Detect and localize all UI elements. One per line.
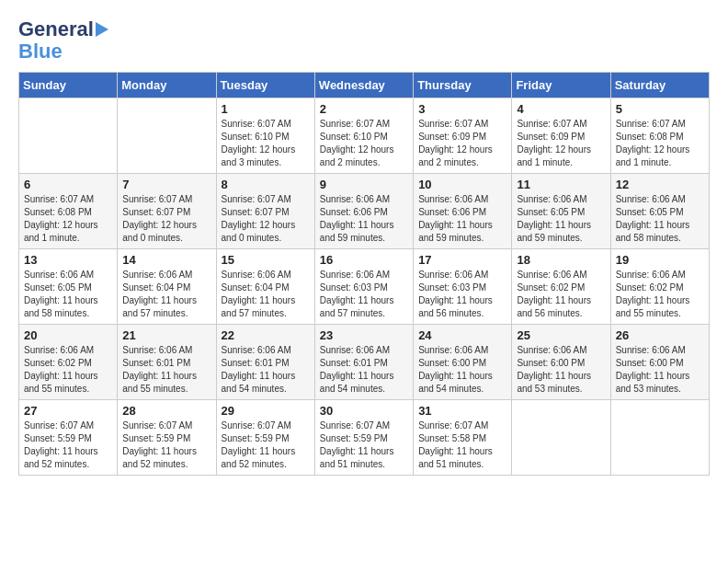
column-header-wednesday: Wednesday xyxy=(314,73,413,98)
calendar-cell: 30Sunrise: 6:07 AM Sunset: 5:59 PM Dayli… xyxy=(314,400,413,476)
calendar-table: SundayMondayTuesdayWednesdayThursdayFrid… xyxy=(18,72,710,476)
day-number: 7 xyxy=(122,178,210,191)
week-row-2: 6Sunrise: 6:07 AM Sunset: 6:08 PM Daylig… xyxy=(19,174,710,249)
cell-info: Sunrise: 6:06 AM Sunset: 6:04 PM Dayligh… xyxy=(222,269,310,320)
column-header-thursday: Thursday xyxy=(414,73,512,98)
calendar-cell: 25Sunrise: 6:06 AM Sunset: 6:00 PM Dayli… xyxy=(512,325,610,400)
calendar-header-row: SundayMondayTuesdayWednesdayThursdayFrid… xyxy=(19,73,710,98)
day-number: 31 xyxy=(418,404,506,418)
calendar-cell: 14Sunrise: 6:06 AM Sunset: 6:04 PM Dayli… xyxy=(118,249,216,325)
day-number: 4 xyxy=(517,102,605,116)
cell-info: Sunrise: 6:07 AM Sunset: 5:59 PM Dayligh… xyxy=(122,419,210,471)
calendar-cell: 15Sunrise: 6:06 AM Sunset: 6:04 PM Dayli… xyxy=(216,249,314,325)
cell-info: Sunrise: 6:06 AM Sunset: 6:01 PM Dayligh… xyxy=(222,344,310,396)
day-number: 2 xyxy=(320,102,408,116)
day-number: 9 xyxy=(320,178,408,191)
day-number: 10 xyxy=(418,178,506,191)
day-number: 3 xyxy=(418,102,506,116)
cell-info: Sunrise: 6:07 AM Sunset: 6:10 PM Dayligh… xyxy=(222,118,310,169)
calendar-cell: 12Sunrise: 6:06 AM Sunset: 6:05 PM Dayli… xyxy=(610,174,709,249)
day-number: 27 xyxy=(24,404,112,418)
calendar-cell: 27Sunrise: 6:07 AM Sunset: 5:59 PM Dayli… xyxy=(19,400,118,476)
calendar-cell: 17Sunrise: 6:06 AM Sunset: 6:03 PM Dayli… xyxy=(414,249,512,325)
cell-info: Sunrise: 6:06 AM Sunset: 6:03 PM Dayligh… xyxy=(320,269,408,320)
calendar-cell: 10Sunrise: 6:06 AM Sunset: 6:06 PM Dayli… xyxy=(414,174,512,249)
column-header-sunday: Sunday xyxy=(19,73,118,98)
calendar-cell: 20Sunrise: 6:06 AM Sunset: 6:02 PM Dayli… xyxy=(19,325,118,400)
day-number: 23 xyxy=(320,328,408,342)
calendar-cell: 28Sunrise: 6:07 AM Sunset: 5:59 PM Dayli… xyxy=(118,400,216,476)
cell-info: Sunrise: 6:07 AM Sunset: 6:09 PM Dayligh… xyxy=(418,118,506,169)
calendar-cell: 31Sunrise: 6:07 AM Sunset: 5:58 PM Dayli… xyxy=(414,400,512,476)
cell-info: Sunrise: 6:06 AM Sunset: 6:01 PM Dayligh… xyxy=(320,344,408,396)
cell-info: Sunrise: 6:06 AM Sunset: 6:05 PM Dayligh… xyxy=(24,269,112,320)
day-number: 26 xyxy=(616,328,704,342)
cell-info: Sunrise: 6:06 AM Sunset: 6:05 PM Dayligh… xyxy=(517,193,605,245)
day-number: 15 xyxy=(222,253,310,267)
cell-info: Sunrise: 6:07 AM Sunset: 5:58 PM Dayligh… xyxy=(418,419,506,471)
day-number: 20 xyxy=(24,328,112,342)
day-number: 12 xyxy=(616,178,704,191)
calendar-cell xyxy=(610,400,709,476)
day-number: 16 xyxy=(320,253,408,267)
calendar-cell: 18Sunrise: 6:06 AM Sunset: 6:02 PM Dayli… xyxy=(512,249,610,325)
cell-info: Sunrise: 6:06 AM Sunset: 6:01 PM Dayligh… xyxy=(122,344,210,396)
calendar-cell: 3Sunrise: 6:07 AM Sunset: 6:09 PM Daylig… xyxy=(414,98,512,174)
calendar-cell: 7Sunrise: 6:07 AM Sunset: 6:07 PM Daylig… xyxy=(118,174,216,249)
day-number: 30 xyxy=(320,404,408,418)
calendar-body: 1Sunrise: 6:07 AM Sunset: 6:10 PM Daylig… xyxy=(19,98,710,476)
day-number: 8 xyxy=(222,178,310,191)
cell-info: Sunrise: 6:06 AM Sunset: 6:04 PM Dayligh… xyxy=(122,269,210,320)
day-number: 13 xyxy=(24,253,112,267)
cell-info: Sunrise: 6:06 AM Sunset: 6:02 PM Dayligh… xyxy=(517,269,605,320)
day-number: 28 xyxy=(122,404,210,418)
calendar-cell: 13Sunrise: 6:06 AM Sunset: 6:05 PM Dayli… xyxy=(19,249,118,325)
week-row-4: 20Sunrise: 6:06 AM Sunset: 6:02 PM Dayli… xyxy=(19,325,710,400)
day-number: 18 xyxy=(517,253,605,267)
cell-info: Sunrise: 6:06 AM Sunset: 6:06 PM Dayligh… xyxy=(320,193,408,245)
cell-info: Sunrise: 6:07 AM Sunset: 6:10 PM Dayligh… xyxy=(320,118,408,169)
week-row-5: 27Sunrise: 6:07 AM Sunset: 5:59 PM Dayli… xyxy=(19,400,710,476)
column-header-friday: Friday xyxy=(512,73,610,98)
day-number: 1 xyxy=(222,102,310,116)
logo-text-general: General xyxy=(18,18,94,40)
cell-info: Sunrise: 6:07 AM Sunset: 6:07 PM Dayligh… xyxy=(222,193,310,245)
calendar-cell: 6Sunrise: 6:07 AM Sunset: 6:08 PM Daylig… xyxy=(19,174,118,249)
cell-info: Sunrise: 6:06 AM Sunset: 6:02 PM Dayligh… xyxy=(616,269,704,320)
cell-info: Sunrise: 6:06 AM Sunset: 6:00 PM Dayligh… xyxy=(418,344,506,396)
calendar-cell: 9Sunrise: 6:06 AM Sunset: 6:06 PM Daylig… xyxy=(314,174,413,249)
cell-info: Sunrise: 6:07 AM Sunset: 5:59 PM Dayligh… xyxy=(24,419,112,471)
calendar-cell xyxy=(19,98,118,174)
day-number: 17 xyxy=(418,253,506,267)
day-number: 6 xyxy=(24,178,112,191)
day-number: 11 xyxy=(517,178,605,191)
calendar-cell: 21Sunrise: 6:06 AM Sunset: 6:01 PM Dayli… xyxy=(118,325,216,400)
day-number: 29 xyxy=(222,404,310,418)
day-number: 5 xyxy=(616,102,704,116)
cell-info: Sunrise: 6:07 AM Sunset: 6:08 PM Dayligh… xyxy=(24,193,112,245)
cell-info: Sunrise: 6:06 AM Sunset: 6:03 PM Dayligh… xyxy=(418,269,506,320)
calendar-cell: 29Sunrise: 6:07 AM Sunset: 5:59 PM Dayli… xyxy=(216,400,314,476)
column-header-saturday: Saturday xyxy=(610,73,709,98)
calendar-cell: 23Sunrise: 6:06 AM Sunset: 6:01 PM Dayli… xyxy=(314,325,413,400)
calendar-cell: 24Sunrise: 6:06 AM Sunset: 6:00 PM Dayli… xyxy=(414,325,512,400)
day-number: 14 xyxy=(122,253,210,267)
calendar-cell: 19Sunrise: 6:06 AM Sunset: 6:02 PM Dayli… xyxy=(610,249,709,325)
cell-info: Sunrise: 6:06 AM Sunset: 6:06 PM Dayligh… xyxy=(418,193,506,245)
week-row-3: 13Sunrise: 6:06 AM Sunset: 6:05 PM Dayli… xyxy=(19,249,710,325)
cell-info: Sunrise: 6:07 AM Sunset: 5:59 PM Dayligh… xyxy=(320,419,408,471)
day-number: 25 xyxy=(517,328,605,342)
cell-info: Sunrise: 6:06 AM Sunset: 6:00 PM Dayligh… xyxy=(517,344,605,396)
calendar-cell: 4Sunrise: 6:07 AM Sunset: 6:09 PM Daylig… xyxy=(512,98,610,174)
cell-info: Sunrise: 6:06 AM Sunset: 6:00 PM Dayligh… xyxy=(616,344,704,396)
day-number: 22 xyxy=(222,328,310,342)
page-header: General Blue xyxy=(18,18,710,63)
cell-info: Sunrise: 6:07 AM Sunset: 6:07 PM Dayligh… xyxy=(122,193,210,245)
cell-info: Sunrise: 6:06 AM Sunset: 6:02 PM Dayligh… xyxy=(24,344,112,396)
calendar-cell: 16Sunrise: 6:06 AM Sunset: 6:03 PM Dayli… xyxy=(314,249,413,325)
day-number: 19 xyxy=(616,253,704,267)
logo: General Blue xyxy=(18,18,108,63)
calendar-cell: 11Sunrise: 6:06 AM Sunset: 6:05 PM Dayli… xyxy=(512,174,610,249)
cell-info: Sunrise: 6:06 AM Sunset: 6:05 PM Dayligh… xyxy=(616,193,704,245)
calendar-cell: 5Sunrise: 6:07 AM Sunset: 6:08 PM Daylig… xyxy=(610,98,709,174)
